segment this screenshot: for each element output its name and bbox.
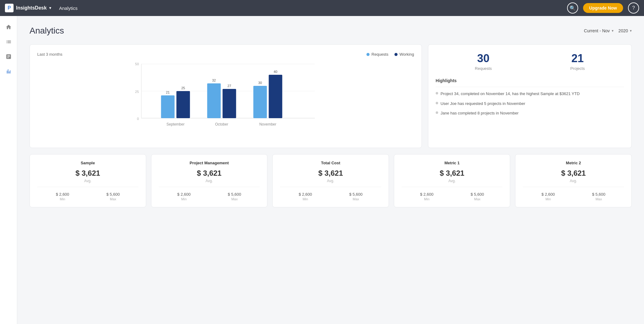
topnav: P InsightsDesk ▾ Analytics 🔍 Upgrade Now… (0, 0, 644, 16)
metric-name-0: Sample (37, 161, 138, 165)
metric-card-3: Metric 1 $ 3,621 Avg. $ 2,600 Min $ 5,60… (394, 154, 510, 207)
svg-text:40: 40 (274, 70, 277, 74)
metric-minmax-3: $ 2,600 Min $ 5,600 Max (402, 192, 503, 201)
metric-card-0: Sample $ 3,621 Avg. $ 2,600 Min $ 5,600 … (30, 154, 146, 207)
month-filter-label: Current - Nov (584, 28, 610, 33)
metric-max-4: $ 5,600 Max (592, 192, 605, 201)
metric-avg-3: Avg. (402, 179, 503, 187)
stat-projects-label: Projects (570, 66, 585, 71)
chart-header: Last 3 months Requests Working (37, 52, 414, 57)
highlight-item-1: Project 34, completed on November 14, ha… (436, 91, 624, 97)
metric-max-2: $ 5,600 Max (349, 192, 362, 201)
brand: P InsightsDesk ▾ (5, 4, 54, 12)
svg-text:30: 30 (258, 81, 262, 85)
chart-card: Last 3 months Requests Working (30, 44, 422, 148)
legend-working-label: Working (399, 52, 414, 57)
svg-text:25: 25 (135, 90, 139, 94)
topnav-section-title: Analytics (59, 6, 78, 11)
metric-max-0: $ 5,600 Max (106, 192, 120, 201)
svg-rect-18 (253, 86, 267, 118)
metric-value-2: $ 3,621 (280, 169, 381, 178)
month-filter-chevron: ▾ (612, 29, 614, 33)
stat-projects-value: 21 (570, 52, 585, 65)
stat-requests-value: 30 (475, 52, 492, 65)
highlight-text-3: Jane has completed 8 projects in Novembe… (441, 110, 519, 116)
search-button[interactable]: 🔍 (567, 2, 578, 14)
metric-card-2: Total Cost $ 3,621 Avg. $ 2,600 Min $ 5,… (272, 154, 389, 207)
svg-rect-8 (161, 95, 174, 118)
legend-working: Working (394, 52, 414, 57)
legend-requests-dot (366, 53, 370, 56)
chart-legend: Requests Working (366, 52, 414, 57)
svg-rect-15 (222, 89, 236, 118)
upgrade-button[interactable]: Upgrade Now (583, 3, 623, 13)
svg-text:September: September (166, 122, 185, 126)
metric-value-3: $ 3,621 (402, 169, 503, 178)
highlights-title: Highlights (436, 78, 624, 87)
metric-avg-1: Avg. (159, 179, 260, 187)
sidebar-item-home[interactable] (2, 21, 15, 33)
svg-text:27: 27 (227, 84, 231, 88)
year-filter-label: 2020 (618, 28, 628, 33)
metric-minmax-2: $ 2,600 Min $ 5,600 Max (280, 192, 381, 201)
metric-name-1: Project Management (159, 161, 260, 165)
metric-value-4: $ 3,621 (523, 169, 624, 178)
sidebar-item-analytics[interactable] (2, 65, 15, 78)
metric-avg-0: Avg. (37, 179, 138, 187)
highlight-item-2: User Joe has requested 5 projects in Nov… (436, 101, 624, 107)
highlight-dot-3 (436, 111, 438, 114)
sidebar-item-boards[interactable] (2, 50, 15, 63)
layout: Analytics Current - Nov ▾ 2020 ▾ Last 3 … (0, 16, 644, 324)
metric-minmax-0: $ 2,600 Min $ 5,600 Max (37, 192, 138, 201)
page-header: Analytics Current - Nov ▾ 2020 ▾ (30, 26, 632, 36)
metric-name-3: Metric 1 (402, 161, 503, 165)
metric-minmax-4: $ 2,600 Min $ 5,600 Max (523, 192, 624, 201)
sidebar-item-list[interactable] (2, 36, 15, 48)
metric-min-4: $ 2,600 Min (542, 192, 555, 201)
metric-max-1: $ 5,600 Max (228, 192, 241, 201)
highlight-dot-2 (436, 102, 438, 104)
svg-rect-20 (269, 75, 282, 118)
metric-max-3: $ 5,600 Max (471, 192, 484, 201)
metric-card-4: Metric 2 $ 3,621 Avg. $ 2,600 Min $ 5,60… (515, 154, 632, 207)
metric-min-0: $ 2,600 Min (56, 192, 69, 201)
stat-requests-label: Requests (475, 66, 492, 71)
stats-card: 30 Requests 21 Projects Highlights Proje… (428, 44, 632, 148)
svg-text:November: November (259, 122, 276, 126)
metric-card-1: Project Management $ 3,621 Avg. $ 2,600 … (151, 154, 268, 207)
metric-minmax-1: $ 2,600 Min $ 5,600 Max (159, 192, 260, 201)
top-cards-row: Last 3 months Requests Working (30, 44, 632, 148)
chart-title: Last 3 months (37, 52, 62, 57)
metrics-row: Sample $ 3,621 Avg. $ 2,600 Min $ 5,600 … (30, 154, 632, 207)
svg-text:25: 25 (181, 86, 185, 90)
help-button[interactable]: ? (628, 2, 639, 14)
svg-rect-10 (176, 91, 190, 118)
sidebar (0, 16, 17, 324)
metric-min-1: $ 2,600 Min (177, 192, 190, 201)
metric-avg-4: Avg. (523, 179, 624, 187)
legend-requests: Requests (366, 52, 388, 57)
page-title: Analytics (30, 26, 64, 36)
metric-name-2: Total Cost (280, 161, 381, 165)
svg-text:21: 21 (166, 90, 170, 94)
filters: Current - Nov ▾ 2020 ▾ (584, 28, 632, 33)
svg-text:50: 50 (135, 62, 139, 66)
metric-min-3: $ 2,600 Min (420, 192, 433, 201)
metric-avg-2: Avg. (280, 179, 381, 187)
svg-text:32: 32 (212, 78, 216, 82)
stat-projects: 21 Projects (570, 52, 585, 71)
main-content: Analytics Current - Nov ▾ 2020 ▾ Last 3 … (17, 16, 644, 324)
svg-rect-13 (207, 83, 221, 118)
month-filter[interactable]: Current - Nov ▾ (584, 28, 614, 33)
brand-dropdown-icon[interactable]: ▾ (49, 6, 51, 10)
svg-text:October: October (215, 122, 228, 126)
svg-text:0: 0 (137, 117, 139, 121)
year-filter[interactable]: 2020 ▾ (618, 28, 632, 33)
legend-requests-label: Requests (371, 52, 388, 57)
legend-working-dot (394, 53, 398, 56)
metric-name-4: Metric 2 (523, 161, 624, 165)
metric-min-2: $ 2,600 Min (299, 192, 312, 201)
stat-requests: 30 Requests (475, 52, 492, 71)
highlight-text-1: Project 34, completed on November 14, ha… (441, 91, 580, 97)
metric-value-0: $ 3,621 (37, 169, 138, 178)
